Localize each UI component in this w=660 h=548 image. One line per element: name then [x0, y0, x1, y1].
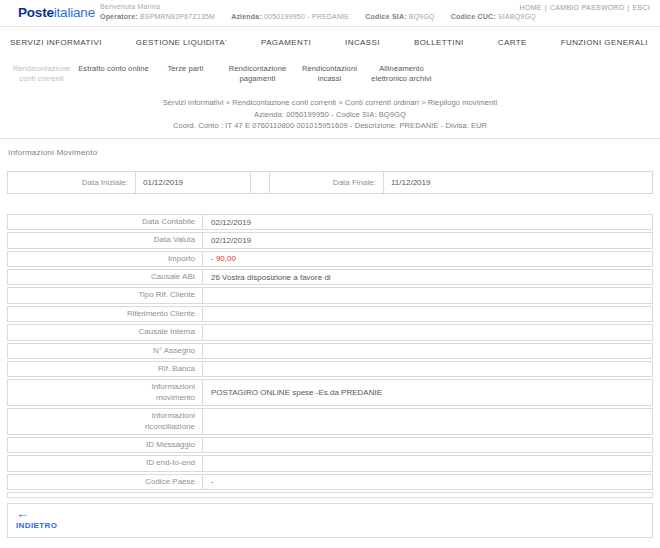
table-row-importo: Importo - 90,00: [7, 251, 653, 267]
sia-code-field: Codice SIA: BQ9GQ: [365, 13, 435, 20]
row-label: Data Contabile: [8, 215, 203, 229]
account-coordinates-line: Coord. Conto : IT 47 E 0760110800 001015…: [0, 120, 660, 132]
row-value: 02/12/2019: [203, 215, 652, 229]
company-value: 0050199950 - PREDANIE: [264, 13, 349, 20]
table-row-data-valuta: Data Valuta 02/12/2019: [7, 232, 653, 248]
row-value-negative-amount: - 90,00: [203, 252, 652, 266]
row-label: Informazioni riconciliazione: [8, 409, 203, 434]
row-value: [203, 307, 652, 321]
row-value: [203, 325, 652, 339]
home-link[interactable]: HOME: [520, 4, 542, 11]
nav-item-gestione-liquidita[interactable]: GESTIONE LIQUIDITA': [136, 38, 227, 47]
sub-nav: Rendicontazione conti correnti Estratto …: [0, 58, 660, 96]
subnav-item-rendicontazione-pagamenti[interactable]: Rendicontazione pagamenti: [222, 64, 293, 84]
row-label: Importo: [8, 252, 203, 266]
welcome-text: Benvenuta Marina: [100, 3, 160, 10]
header: Posteitaliane Benvenuta Marina Operatore…: [0, 0, 660, 26]
main-nav: SERVIZI INFORMATIVI GESTIONE LIQUIDITA' …: [0, 26, 660, 58]
sia-code-label: Codice SIA:: [365, 13, 406, 20]
cuc-code-field: Codice CUC: SIABQ9GQ: [451, 13, 536, 20]
table-row-id-end-to-end: ID end-to-end: [7, 455, 653, 471]
row-label: Causale Interna: [8, 325, 203, 339]
table-row-tipo-rif-cliente: Tipo Rif. Cliente: [7, 287, 653, 303]
company-label: Azienda:: [231, 13, 262, 20]
back-arrow-icon: ←: [16, 508, 57, 520]
movement-details-table: Data Contabile 02/12/2019 Data Valuta 02…: [7, 214, 653, 490]
subnav-item-allineamento-elettronico-archivi[interactable]: Allineamento elettronico archivi: [366, 64, 437, 84]
nav-item-funzioni-generali[interactable]: FUNZIONI GENERALI: [561, 38, 648, 47]
back-button[interactable]: ← INDIETRO: [16, 508, 57, 530]
table-row-n-assegno: N° Assegno: [7, 343, 653, 359]
row-label: N° Assegno: [8, 344, 203, 358]
header-links: HOME|CAMBIO PASSWORD|ESCI: [520, 4, 650, 11]
operator-value: BSPMRN82P67Z135M: [140, 13, 215, 20]
row-label: Riferimento Cliente: [8, 307, 203, 321]
page-title: Informazioni Movimento: [8, 148, 660, 157]
row-value: POSTAGIRO ONLINE spese -Es.da PREDANIE: [203, 380, 652, 405]
table-row-id-messaggio: ID Messaggio: [7, 437, 653, 453]
nav-item-bollettini[interactable]: BOLLETTINI: [414, 38, 464, 47]
row-label: Data Valuta: [8, 233, 203, 247]
subnav-item-estratto-conto-online[interactable]: Estratto conto online: [78, 64, 149, 74]
logo-text-light: italiane: [54, 5, 95, 20]
table-row-data-contabile: Data Contabile 02/12/2019: [7, 214, 653, 230]
table-row-causale-interna: Causale Interna: [7, 324, 653, 340]
subnav-item-terze-parti[interactable]: Terze parti: [150, 64, 221, 74]
row-value: -: [203, 475, 652, 489]
table-row-rif-banca: Rif. Banca: [7, 361, 653, 377]
posteitaliane-logo[interactable]: Posteitaliane: [18, 5, 95, 20]
date-filter-row: Data Iniziale: 01/12/2019 Data Finale: 1…: [7, 171, 653, 194]
row-value: 02/12/2019: [203, 233, 652, 247]
row-value: [203, 362, 652, 376]
row-value: [203, 456, 652, 470]
link-separator: |: [545, 4, 547, 11]
nav-item-servizi-informativi[interactable]: SERVIZI INFORMATIVI: [10, 38, 102, 47]
table-row-informazioni-movimento: Informazioni movimento POSTAGIRO ONLINE …: [7, 379, 653, 406]
account-summary-line: Azienda: 0050199950 - Codice SIA: BQ9GQ: [0, 109, 660, 121]
subnav-item-rendicontazione-conti-correnti[interactable]: Rendicontazione conti correnti: [6, 64, 77, 84]
breadcrumb: Servizi informativi > Rendicontazione co…: [0, 97, 660, 109]
row-label: Codice Paese: [8, 475, 203, 489]
company-field: Azienda: 0050199950 - PREDANIE: [231, 13, 349, 20]
back-button-label: INDIETRO: [16, 521, 57, 530]
operator-label: Operatore:: [100, 13, 138, 20]
end-date-value: 11/12/2019: [384, 172, 652, 193]
date-filter-spacer-cell: [251, 172, 270, 193]
row-label: ID Messaggio: [8, 438, 203, 452]
nav-item-incassi[interactable]: INCASSI: [345, 38, 380, 47]
subnav-item-rendicontazioni-incassi[interactable]: Rendicontazioni incassi: [294, 64, 365, 84]
cuc-code-label: Codice CUC:: [451, 13, 496, 20]
start-date-value: 01/12/2019: [136, 172, 251, 193]
operator-field: Operatore: BSPMRN82P67Z135M: [100, 13, 215, 20]
end-date-label: Data Finale:: [270, 172, 384, 193]
nav-item-pagamenti[interactable]: PAGAMENTI: [261, 38, 311, 47]
row-label: ID end-to-end: [8, 456, 203, 470]
change-password-link[interactable]: CAMBIO PASSWORD: [550, 4, 624, 11]
header-account-fields: Operatore: BSPMRN82P67Z135M Azienda: 005…: [100, 13, 536, 20]
cuc-code-value: SIABQ9GQ: [498, 13, 536, 20]
breadcrumb-block: Servizi informativi > Rendicontazione co…: [0, 96, 660, 139]
row-value: [203, 288, 652, 302]
row-label: Causale ABI: [8, 270, 203, 284]
row-label: Tipo Rif. Cliente: [8, 288, 203, 302]
logo-text-bold: Poste: [18, 5, 54, 20]
table-row-codice-paese: Codice Paese -: [7, 474, 653, 490]
row-label: Rif. Banca: [8, 362, 203, 376]
table-row-informazioni-riconciliazione: Informazioni riconciliazione: [7, 408, 653, 435]
row-label: Informazioni movimento: [8, 380, 203, 405]
table-row-riferimento-cliente: Riferimento Cliente: [7, 306, 653, 322]
sia-code-value: BQ9GQ: [409, 13, 435, 20]
footer-box: ← INDIETRO: [7, 503, 653, 538]
table-row-causale-abi: Causale ABI 26 Vostra disposizione a fav…: [7, 269, 653, 285]
row-value: 26 Vostra disposizione a favore di: [203, 270, 652, 284]
start-date-label: Data Iniziale:: [8, 172, 136, 193]
nav-item-carte[interactable]: CARTE: [498, 38, 527, 47]
logout-link[interactable]: ESCI: [632, 4, 650, 11]
row-value: [203, 409, 652, 434]
row-value: [203, 438, 652, 452]
table-footer-strip: [7, 492, 653, 498]
link-separator: |: [627, 4, 629, 11]
row-value: [203, 344, 652, 358]
